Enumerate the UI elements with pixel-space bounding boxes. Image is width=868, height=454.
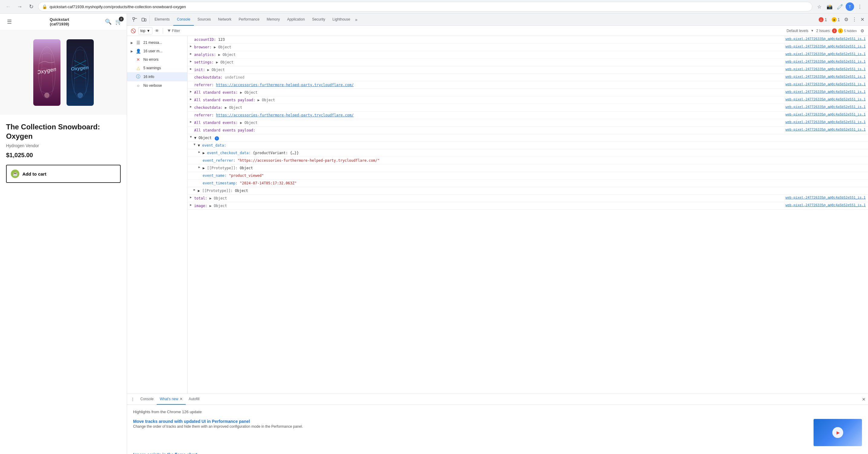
website-panel: ☰ Quickstart (caf71939) 🔍 🛒 2 Oxygen xyxy=(0,13,127,454)
address-bar[interactable]: 🔒 quickstart-caf71939.myshopify.com/prod… xyxy=(38,2,812,11)
tab-sources[interactable]: Sources xyxy=(194,13,214,26)
extension-1-button[interactable]: 📸 xyxy=(825,2,834,11)
tab-lighthouse[interactable]: Lighthouse xyxy=(329,13,354,26)
wn-tab-autofill[interactable]: Autofill xyxy=(186,394,203,405)
wn-article-2: Ignore scripts in the flame chart xyxy=(133,452,862,454)
sidebar-item-verbose[interactable]: ▶ ○ No verbose xyxy=(127,81,187,90)
console-row-total[interactable]: ▶ total: ▶ Object web-pixel-247726335@_a… xyxy=(187,195,868,202)
shopify-icon: ☕ xyxy=(11,169,19,178)
wn-article-2-title[interactable]: Ignore scripts in the flame chart xyxy=(133,452,197,454)
menu-button[interactable]: ⋮ xyxy=(855,2,864,11)
warnings-indicator[interactable]: ▲ 1 xyxy=(830,16,842,23)
eye-icon-button[interactable]: 👁 xyxy=(154,27,160,34)
tab-security[interactable]: Security xyxy=(309,13,329,26)
bookmark-button[interactable]: ☆ xyxy=(815,2,824,11)
row-source-init[interactable]: web-pixel-247726335@_a@0c4a5b52e551_is.1 xyxy=(785,67,866,71)
wn-article-1-title[interactable]: Move tracks around with updated UI in Pe… xyxy=(133,419,250,424)
more-tabs-button[interactable]: » xyxy=(354,17,359,23)
svg-point-1 xyxy=(44,93,49,98)
reload-button[interactable]: ↻ xyxy=(27,2,36,11)
row-content-prototype1: ▶ [[Prototype]]: Object xyxy=(203,165,863,171)
row-source-browser[interactable]: web-pixel-247726335@_a@0c4a5b52e551_is.1 xyxy=(785,44,866,48)
toolbar-right: Default levels ▼ 2 Issues: 1 1 5 hidden … xyxy=(787,27,866,34)
console-row-analytics[interactable]: ▶ analytics: ▶ Object web-pixel-24772633… xyxy=(187,51,868,59)
console-row-init[interactable]: ▶ init: ▶ Object web-pixel-247726335@_a@… xyxy=(187,66,868,74)
tab-network[interactable]: Network xyxy=(214,13,235,26)
row-source-total[interactable]: web-pixel-247726335@_a@0c4a5b52e551_is.1 xyxy=(785,196,866,199)
profile-button[interactable]: T xyxy=(846,2,854,11)
filter-button[interactable]: Filter xyxy=(165,28,182,34)
tab-console[interactable]: Console xyxy=(173,13,194,26)
row-source-analytics[interactable]: web-pixel-247726335@_a@0c4a5b52e551_is.1 xyxy=(785,52,866,56)
expand-prototype2: ▶ xyxy=(193,188,196,191)
row-source-accountid[interactable]: web-pixel-247726335@_a@0c4a5b52e551_is.1 xyxy=(785,37,866,41)
console-row-image[interactable]: ▶ image: ▶ Object web-pixel-247726335@_a… xyxy=(187,202,868,210)
errors-indicator[interactable]: △ 1 xyxy=(817,16,829,23)
sidebar-item-user-messages[interactable]: ▶ 👤 16 user m... xyxy=(127,47,187,55)
console-row-all-events1[interactable]: ▶ All standard events: ▶ Object web-pixe… xyxy=(187,89,868,96)
browser-actions: ☆ 📸 🧷 T ⋮ xyxy=(815,2,864,11)
search-button[interactable]: 🔍 xyxy=(105,19,112,25)
console-row-checkoutdata-obj[interactable]: ▶ checkoutdata: ▶ Object web-pixel-24772… xyxy=(187,104,868,111)
row-source-settings[interactable]: web-pixel-247726335@_a@0c4a5b52e551_is.1 xyxy=(785,60,866,63)
tab-performance[interactable]: Performance xyxy=(235,13,263,26)
wn-tab-console[interactable]: Console xyxy=(137,394,157,405)
devtools-close-button[interactable]: ✕ xyxy=(859,15,866,24)
more-options-button[interactable]: ⋮ xyxy=(851,15,858,24)
row-source-payload-label[interactable]: web-pixel-247726335@_a@0c4a5b52e551_is.1 xyxy=(785,128,866,131)
row-source-all-events2[interactable]: web-pixel-247726335@_a@0c4a5b52e551_is.1 xyxy=(785,120,866,124)
console-row-prototype2[interactable]: ▶ ▶ [[Prototype]]: Object xyxy=(187,187,868,195)
tab-memory[interactable]: Memory xyxy=(263,13,283,26)
tab-elements[interactable]: Elements xyxy=(151,13,173,26)
row-content-init: init: ▶ Object xyxy=(194,67,783,72)
console-settings-button[interactable]: ⚙ xyxy=(859,27,866,34)
clear-console-button[interactable]: 🚫 xyxy=(129,27,137,34)
add-to-cart-button[interactable]: ☕ Add to cart xyxy=(6,165,121,183)
row-content-browser: browser: ▶ Object xyxy=(194,44,783,50)
sidebar-messages-label: 21 messa... xyxy=(143,40,162,45)
whats-new-more-button[interactable]: ⋮ xyxy=(129,396,136,403)
inspect-element-button[interactable] xyxy=(131,15,139,24)
row-source-checkoutdata-undef[interactable]: web-pixel-247726335@_a@0c4a5b52e551_is.1 xyxy=(785,75,866,78)
wn-tab-whats-new[interactable]: What's new ✕ xyxy=(157,394,186,405)
row-source-referrer2[interactable]: web-pixel-247726335@_a@0c4a5b52e551_is.1 xyxy=(785,112,866,117)
sidebar-errors-label: No errors xyxy=(143,58,158,62)
row-content-accountid: accountID: 123 xyxy=(194,37,783,42)
top-context-selector[interactable]: top ▼ xyxy=(138,27,152,34)
console-row-browser[interactable]: ▶ browser: ▶ Object web-pixel-247726335@… xyxy=(187,43,868,51)
row-source-referrer1[interactable]: web-pixel-247726335@_a@0c4a5b52e551_is.1 xyxy=(785,82,866,86)
row-source-all-events-payload1[interactable]: web-pixel-247726335@_a@0c4a5b52e551_is.1 xyxy=(785,97,866,101)
sidebar-user-icon: 👤 xyxy=(135,48,141,54)
console-row-all-events2[interactable]: ▶ All standard events: ▶ Object web-pixe… xyxy=(187,119,868,127)
row-source-all-events1[interactable]: web-pixel-247726335@_a@0c4a5b52e551_is.1 xyxy=(785,90,866,94)
console-row-settings[interactable]: ▶ settings: ▶ Object web-pixel-247726335… xyxy=(187,59,868,66)
extensions-button[interactable]: 🧷 xyxy=(835,2,844,11)
expand-event-data: ▼ xyxy=(193,143,196,146)
sidebar-item-messages[interactable]: ▶ ☰ 21 messa... xyxy=(127,38,187,47)
tab-application[interactable]: Application xyxy=(283,13,309,26)
back-button[interactable]: ← xyxy=(4,2,13,11)
row-source-checkoutdata-obj[interactable]: web-pixel-247726335@_a@0c4a5b52e551_is.1 xyxy=(785,105,866,109)
console-row-prototype1[interactable]: ▶ ▶ [[Prototype]]: Object xyxy=(187,164,868,172)
console-sidebar: ▶ ☰ 21 messa... ▶ 👤 16 user m... ▶ ✕ No … xyxy=(127,36,187,394)
row-source-image[interactable]: web-pixel-247726335@_a@0c4a5b52e551_is.1 xyxy=(785,203,866,207)
console-row-all-events-payload1[interactable]: ▶ All standard events payload: ▶ Object … xyxy=(187,96,868,104)
device-toolbar-button[interactable] xyxy=(140,15,148,24)
devtools-settings-button[interactable]: ⚙ xyxy=(843,15,849,24)
wn-play-button[interactable]: ▶ xyxy=(832,427,843,438)
expand-prototype1: ▶ xyxy=(198,165,202,169)
expand-all-events-payload1: ▶ xyxy=(190,97,193,101)
product-info: The Collection Snowboard: Oxygen Hydroge… xyxy=(0,115,127,190)
sidebar-info-icon: ⓘ xyxy=(135,74,141,79)
sidebar-item-errors[interactable]: ▶ ✕ No errors xyxy=(127,55,187,64)
forward-button[interactable]: → xyxy=(15,2,24,11)
console-row-object-root[interactable]: ▼ ▼ Object i xyxy=(187,134,868,142)
console-row-event-data[interactable]: ▼ ▼ event_data: xyxy=(187,142,868,149)
console-row-checkout-data[interactable]: ▶ ▶ event_checkout_data: {productVariant… xyxy=(187,149,868,157)
expand-settings: ▶ xyxy=(190,60,193,63)
sidebar-item-info[interactable]: ▶ ⓘ 16 info xyxy=(127,72,187,81)
whats-new-close-button[interactable]: ✕ xyxy=(862,397,866,402)
wn-tab-close[interactable]: ✕ xyxy=(180,397,183,401)
sidebar-item-warnings[interactable]: ▶ △ 5 warnings xyxy=(127,64,187,72)
hamburger-menu[interactable]: ☰ xyxy=(5,17,14,26)
